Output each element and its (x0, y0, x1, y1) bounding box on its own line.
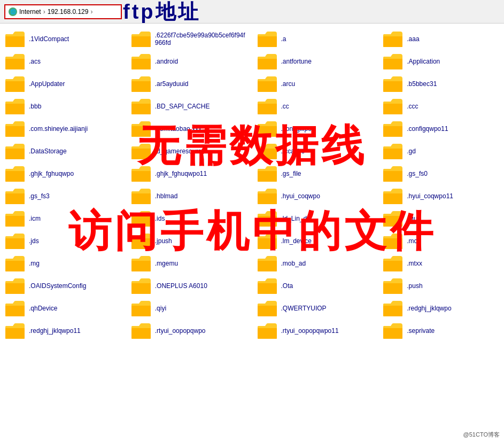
list-item[interactable]: .redghj_jklqwpo (378, 297, 504, 320)
svg-rect-26 (5, 81, 25, 92)
list-item[interactable]: .antfortune (252, 50, 378, 73)
folder-icon (131, 98, 151, 114)
list-item[interactable]: .acs (0, 50, 126, 73)
list-item[interactable]: .b5bbec31 (378, 73, 504, 95)
list-item[interactable]: .gs_fs3 (0, 185, 126, 207)
svg-rect-14 (5, 59, 25, 69)
folder-icon (5, 278, 25, 294)
list-item[interactable]: .qiyi (126, 297, 252, 320)
list-item[interactable]: .a (252, 28, 378, 50)
list-item[interactable]: .jpush (126, 230, 252, 252)
list-item[interactable]: .BD_SAPI_CACHE (126, 95, 252, 118)
list-item[interactable]: .OAIDSystemConfig (0, 275, 126, 297)
folder-icon (5, 76, 25, 92)
list-item[interactable]: .rtyui_oopopqwpo11 (252, 320, 378, 342)
list-item[interactable]: .redghj_jklqwpo11 (0, 320, 126, 342)
folder-icon (5, 300, 25, 316)
list-item[interactable]: .cc (252, 95, 378, 118)
list-item[interactable]: .lm_device (252, 230, 378, 252)
svg-rect-116 (258, 238, 277, 249)
list-item[interactable]: .gd (378, 140, 504, 162)
list-item[interactable]: .hyui_coqwpo (252, 185, 378, 207)
list-item[interactable]: .seprivate (378, 320, 504, 342)
file-name-label: .qhDevice (29, 305, 57, 312)
list-item[interactable]: .gs_file (252, 162, 378, 185)
list-item[interactable]: .hyui_coqwpo11 (378, 185, 504, 207)
folder-icon (383, 278, 402, 294)
folder-icon (131, 166, 151, 182)
list-item[interactable]: .configwpo (252, 118, 378, 140)
file-name-label: .antfortune (281, 58, 312, 65)
file-name-label: .qiyi (155, 305, 166, 312)
list-item[interactable]: .android (126, 50, 252, 73)
list-item[interactable]: .ghjk_fghuqwpo (0, 162, 126, 185)
folder-icon (5, 121, 25, 137)
list-item[interactable]: .configqwpo11 (378, 118, 504, 140)
list-item[interactable]: .fccache (252, 140, 378, 162)
svg-rect-2 (5, 36, 25, 47)
file-name-label: .gd (407, 147, 416, 155)
svg-rect-167 (383, 328, 402, 339)
folder-icon (131, 278, 151, 294)
folder-icon (383, 143, 402, 159)
list-item[interactable]: .jds (0, 230, 126, 252)
breadcrumb-ip: 192.168.0.129 (48, 8, 89, 15)
list-item[interactable]: .ccc (378, 95, 504, 118)
list-item[interactable]: .hblmad (126, 185, 252, 207)
list-item[interactable]: .ld_Lin_do (252, 207, 378, 230)
file-name-label: .mg (29, 260, 40, 267)
list-item[interactable]: .AppUpdater (0, 73, 126, 95)
folder-icon (5, 323, 25, 339)
list-item[interactable]: .arcu (252, 73, 378, 95)
file-name-label: .redghj_jklqwpo (407, 305, 451, 312)
folder-icon (383, 121, 402, 137)
list-item[interactable]: .push (378, 275, 504, 297)
svg-rect-17 (131, 59, 151, 69)
list-item[interactable]: .com.taobao.xxx (126, 118, 252, 140)
header-bar: 🌐 Internet › 192.168.0.129 › ftp地址 (0, 0, 504, 24)
list-item[interactable]: .gs_fs0 (378, 162, 504, 185)
file-name-label: .mob_ad (281, 260, 306, 267)
list-item[interactable]: .aaa (378, 28, 504, 50)
folder-icon (131, 121, 151, 137)
file-name-label: .com.taobao.xxx (155, 125, 201, 133)
svg-rect-146 (5, 306, 25, 316)
list-item[interactable]: .ONEPLUS A6010 (126, 275, 252, 297)
svg-rect-59 (383, 126, 402, 137)
list-item[interactable]: .ids (126, 207, 252, 230)
folder-icon (131, 53, 151, 69)
file-name-label: .gs_fs0 (407, 170, 428, 177)
file-name-label: .AppUpdater (29, 80, 65, 88)
list-item[interactable]: .qhDevice (0, 297, 126, 320)
list-item[interactable]: .juu (378, 207, 504, 230)
list-item[interactable]: .d_gameresources (126, 140, 252, 162)
internet-icon: 🌐 (9, 7, 17, 16)
list-item[interactable]: .QWERTYUIOP (252, 297, 378, 320)
list-item[interactable]: .1VidCompact (0, 28, 126, 50)
list-item[interactable]: .rtyui_oopopqwpo (126, 320, 252, 342)
list-item[interactable]: .ar5ayduuid (126, 73, 252, 95)
list-item[interactable]: .Ota (252, 275, 378, 297)
list-item[interactable]: .mcs (378, 230, 504, 252)
list-item[interactable]: .com.shineyie.aijianji (0, 118, 126, 140)
list-item[interactable]: .mg (0, 252, 126, 275)
list-item[interactable]: .mob_ad (252, 252, 378, 275)
file-name-label: .acs (29, 58, 41, 65)
list-item[interactable]: .mtxx (378, 252, 504, 275)
file-name-label: .d_gameresources (155, 147, 208, 155)
address-bar[interactable]: 🌐 Internet › 192.168.0.129 › (4, 4, 122, 19)
list-item[interactable]: .icm (0, 207, 126, 230)
list-item[interactable]: .bbb (0, 95, 126, 118)
list-item[interactable]: .mgemu (126, 252, 252, 275)
folder-icon (5, 98, 25, 114)
svg-rect-56 (258, 126, 277, 137)
list-item[interactable]: .DataStorage (0, 140, 126, 162)
file-name-label: .jpush (155, 237, 172, 245)
svg-rect-161 (131, 328, 151, 339)
folder-icon (383, 211, 402, 227)
list-item[interactable]: .ghjk_fghuqwpo11 (126, 162, 252, 185)
file-name-label: .rtyui_oopopqwpo (155, 327, 206, 335)
folder-icon (258, 121, 277, 137)
list-item[interactable]: .Application (378, 50, 504, 73)
list-item[interactable]: .6226f7cbe59e99a90b5cef6f94f966fd (126, 28, 252, 50)
